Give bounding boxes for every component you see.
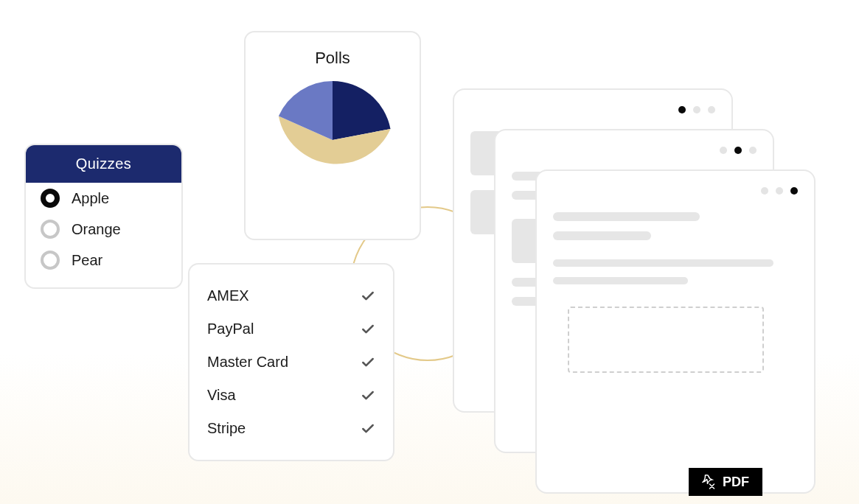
check-icon [361, 421, 375, 436]
window-dots [470, 106, 715, 113]
skeleton-line [553, 231, 651, 240]
skeleton-line [553, 277, 688, 284]
check-icon [361, 355, 375, 370]
document-card-front: PDF [535, 169, 815, 494]
payment-row: Master Card [207, 346, 375, 379]
payment-row: Stripe [207, 412, 375, 445]
payment-row: AMEX [207, 279, 375, 312]
payment-name: Visa [207, 387, 236, 404]
radio-unselected-icon [41, 251, 60, 270]
check-icon [361, 388, 375, 403]
quiz-option-orange[interactable]: Orange [26, 214, 181, 245]
radio-selected-icon [41, 189, 60, 208]
quiz-option-apple[interactable]: Apple [26, 183, 181, 214]
polls-pie-chart [274, 81, 392, 199]
window-dots [512, 147, 757, 154]
window-dot-icon [678, 106, 686, 113]
window-dot-icon [776, 187, 783, 195]
payment-name: AMEX [207, 287, 249, 304]
window-dot-icon [708, 106, 715, 113]
quiz-label: Orange [72, 221, 121, 238]
payment-row: PayPal [207, 312, 375, 346]
window-dot-icon [720, 147, 727, 154]
check-icon [361, 322, 375, 337]
polls-title: Polls [315, 49, 350, 68]
skeleton-line [553, 212, 700, 221]
quizzes-header: Quizzes [26, 145, 181, 183]
quiz-option-pear[interactable]: Pear [26, 245, 181, 276]
window-dot-icon [761, 187, 768, 195]
window-dot-icon [693, 106, 700, 113]
pdf-label: PDF [723, 475, 749, 490]
quiz-label: Pear [72, 252, 102, 269]
polls-card: Polls [244, 31, 421, 240]
payment-row: Visa [207, 379, 375, 412]
payment-name: Stripe [207, 420, 246, 437]
window-dot-icon [749, 147, 757, 154]
check-icon [361, 289, 375, 304]
pdf-icon [702, 474, 715, 490]
quizzes-card: Quizzes Apple Orange Pear [24, 144, 183, 289]
radio-unselected-icon [41, 220, 60, 239]
window-dot-icon [734, 147, 742, 154]
payment-name: PayPal [207, 321, 254, 337]
skeleton-line [553, 259, 773, 267]
quiz-label: Apple [72, 190, 109, 207]
pdf-badge[interactable]: PDF [689, 468, 762, 496]
dashed-dropzone[interactable] [568, 307, 764, 373]
window-dots [553, 187, 798, 195]
payment-name: Master Card [207, 354, 288, 371]
payments-card: AMEX PayPal Master Card Visa Stripe [188, 263, 394, 461]
window-dot-icon [790, 187, 798, 195]
